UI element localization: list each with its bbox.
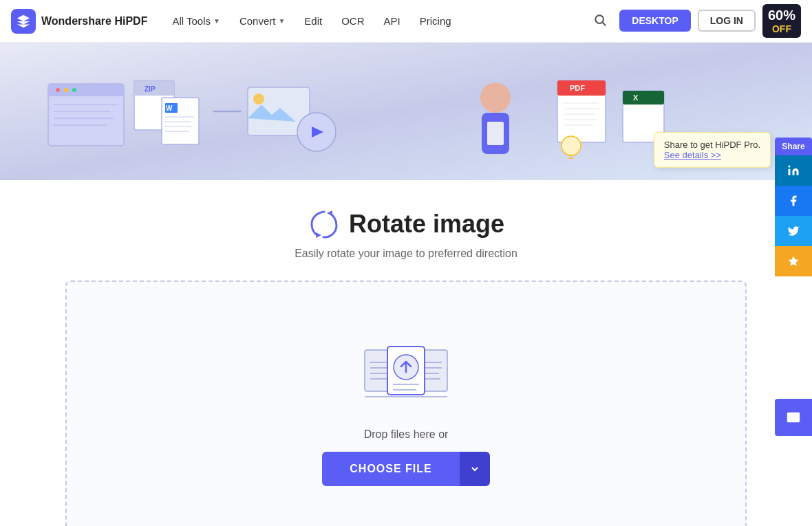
dropzone[interactable]: Drop files here or CHOOSE FILE — [65, 281, 747, 526]
svg-text:ZIP: ZIP — [145, 85, 156, 93]
promo-badge[interactable]: 60% OFF — [762, 4, 801, 38]
share-panel: Share — [775, 138, 812, 276]
choose-file-dropdown-button[interactable] — [460, 452, 490, 486]
tooltip-link[interactable]: See details >> — [664, 150, 721, 160]
desktop-button[interactable]: DESKTOP — [619, 10, 690, 32]
star-icon — [787, 255, 800, 267]
nav-edit[interactable]: Edit — [296, 10, 330, 32]
nav-right: DESKTOP LOG IN 60% OFF — [588, 4, 801, 38]
svg-marker-44 — [789, 256, 799, 266]
svg-point-43 — [789, 166, 791, 168]
share-email-button[interactable] — [775, 399, 812, 436]
svg-text:X: X — [633, 94, 639, 102]
svg-point-26 — [480, 83, 511, 113]
svg-point-6 — [64, 88, 68, 92]
linkedin-icon — [787, 164, 800, 177]
upload-illustration-svg — [361, 336, 451, 405]
svg-text:W: W — [166, 105, 173, 112]
page-subtitle: Easily rotate your image to preferred di… — [295, 248, 517, 260]
promo-off: OFF — [768, 23, 795, 35]
convert-chevron: ▼ — [278, 17, 285, 25]
rotate-image-icon — [308, 208, 341, 241]
logo-icon — [11, 9, 36, 34]
share-label: Share — [775, 138, 812, 155]
page-title-area: Rotate image — [308, 208, 504, 241]
email-icon — [786, 410, 801, 425]
facebook-icon — [787, 195, 800, 207]
svg-marker-45 — [327, 210, 332, 216]
brand-name: Wondershare HiPDF — [41, 15, 147, 28]
page-title: Rotate image — [349, 210, 504, 239]
svg-line-1 — [603, 23, 606, 26]
svg-point-40 — [562, 136, 581, 155]
nav-pricing[interactable]: Pricing — [412, 10, 460, 32]
twitter-icon — [787, 225, 800, 237]
share-star-button[interactable] — [775, 246, 812, 276]
all-tools-chevron: ▼ — [213, 17, 220, 25]
svg-point-23 — [253, 94, 264, 105]
nav-api[interactable]: API — [376, 10, 409, 32]
navbar: Wondershare HiPDF All Tools ▼ Convert ▼ … — [0, 0, 812, 43]
svg-point-5 — [56, 88, 60, 92]
nav-all-tools[interactable]: All Tools ▼ — [164, 10, 228, 32]
svg-point-7 — [72, 88, 76, 92]
svg-rect-38 — [623, 91, 664, 105]
share-tooltip: Share to get HiPDF Pro. See details >> — [654, 132, 771, 168]
nav-ocr[interactable]: OCR — [333, 10, 372, 32]
search-icon — [593, 13, 607, 27]
promo-percent: 60% — [768, 7, 795, 23]
svg-rect-28 — [487, 122, 504, 145]
hipdf-logo-svg — [16, 14, 31, 29]
svg-point-0 — [596, 15, 604, 23]
chevron-down-icon — [469, 463, 480, 474]
nav-links: All Tools ▼ Convert ▼ Edit OCR API Prici… — [164, 10, 588, 32]
choose-file-container: CHOOSE FILE — [322, 452, 489, 486]
share-facebook-button[interactable] — [775, 186, 812, 216]
share-linkedin-button[interactable] — [775, 155, 812, 186]
share-twitter-button[interactable] — [775, 216, 812, 246]
search-button[interactable] — [588, 8, 612, 34]
banner: ZIP W PDF X — [0, 43, 812, 180]
login-button[interactable]: LOG IN — [698, 10, 756, 32]
logo-area[interactable]: Wondershare HiPDF — [11, 9, 147, 34]
choose-file-button[interactable]: CHOOSE FILE — [322, 452, 459, 486]
drop-text: Drop files here or — [364, 428, 449, 441]
svg-marker-46 — [316, 232, 321, 238]
svg-text:PDF: PDF — [570, 84, 585, 92]
upload-illustration — [361, 336, 451, 408]
main-content: Rotate image Easily rotate your image to… — [0, 180, 812, 526]
nav-convert[interactable]: Convert ▼ — [231, 10, 293, 32]
